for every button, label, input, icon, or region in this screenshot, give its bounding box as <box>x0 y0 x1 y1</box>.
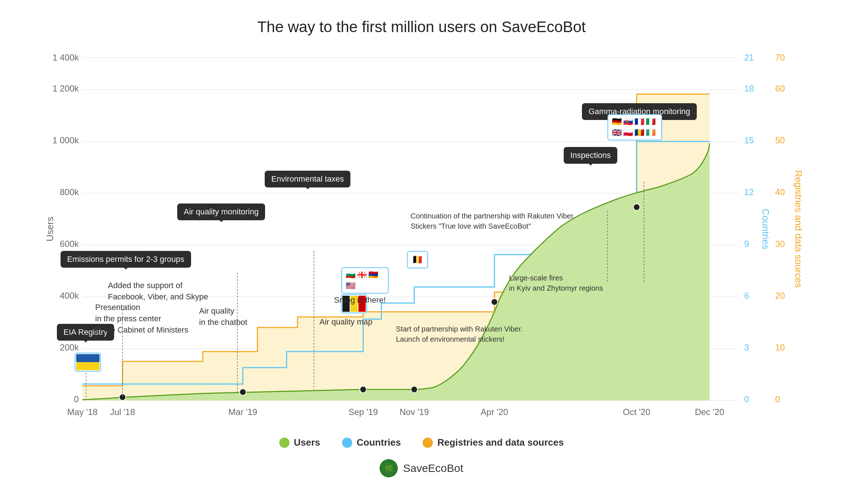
svg-text:Sep '19: Sep '19 <box>349 407 378 417</box>
chart-area: 0 200k 400k 600k 800k 1 000k 1 200k 1 40… <box>39 47 804 430</box>
svg-text:800k: 800k <box>60 187 79 197</box>
svg-text:Countries: Countries <box>760 209 771 249</box>
svg-point-51 <box>491 299 498 305</box>
svg-text:50: 50 <box>775 135 785 145</box>
svg-point-50 <box>411 386 417 393</box>
svg-text:20: 20 <box>775 291 785 301</box>
svg-text:Nov '19: Nov '19 <box>400 407 429 417</box>
svg-text:Jul '18: Jul '18 <box>110 407 135 417</box>
svg-text:0: 0 <box>775 394 780 404</box>
annotation-fires: Large-scale firesin Kyiv and Zhytomyr re… <box>509 273 603 293</box>
annotation-facebook: Added the support ofFacebook, Viber, and… <box>108 280 208 303</box>
annotation-smog: Smog is there! <box>334 295 386 306</box>
svg-text:600k: 600k <box>60 239 79 249</box>
svg-text:Registries and data sources: Registries and data sources <box>793 170 804 288</box>
annotation-air-map: Air quality map <box>319 317 373 328</box>
svg-text:Dec '20: Dec '20 <box>695 407 724 417</box>
flag-box-nov19: 🇧🇪 <box>407 251 428 268</box>
svg-text:Mar '19: Mar '19 <box>228 407 257 417</box>
footer-logo: 🌿 SaveEcoBot <box>380 459 463 477</box>
svg-text:6: 6 <box>744 291 749 301</box>
legend-dot-registries <box>423 438 433 448</box>
svg-text:60: 60 <box>775 84 785 93</box>
svg-text:1 200k: 1 200k <box>53 84 79 93</box>
legend-dot-users <box>279 438 290 448</box>
svg-text:18: 18 <box>744 84 754 93</box>
svg-text:Apr '20: Apr '20 <box>481 407 508 417</box>
savecobot-icon: 🌿 <box>380 459 398 477</box>
annotation-env-taxes: Environmental taxes <box>265 171 350 187</box>
flag-box-sep19: 🇧🇬 🇬🇪 🇦🇲 🇺🇸 <box>341 267 389 294</box>
svg-point-48 <box>240 389 246 395</box>
annotation-air-quality: Air quality monitoring <box>177 203 265 220</box>
chart-container: The way to the first million users on Sa… <box>0 0 843 504</box>
svg-point-52 <box>633 204 640 210</box>
svg-text:400k: 400k <box>60 291 79 301</box>
svg-text:200k: 200k <box>60 342 79 352</box>
svg-text:0: 0 <box>744 394 749 404</box>
svg-rect-61 <box>76 362 100 370</box>
svg-text:21: 21 <box>744 53 754 62</box>
svg-text:10: 10 <box>775 342 785 352</box>
svg-text:Oct '20: Oct '20 <box>623 407 650 417</box>
legend-dot-countries <box>342 438 352 448</box>
svg-text:0: 0 <box>74 394 79 404</box>
chart-title: The way to the first million users on Sa… <box>257 18 586 36</box>
legend-users: Users <box>279 437 320 448</box>
svg-text:30: 30 <box>775 239 785 249</box>
annotation-emissions: Emissions permits for 2-3 groups <box>61 251 191 268</box>
annotation-viber-start: Start of partnership with Rakuten Viber.… <box>396 324 523 344</box>
flag-box-oct20: 🇩🇪 🇸🇰 🇫🇷 🇮🇹 🇬🇧 🇵🇱 🇷🇴 🇮🇪 <box>607 114 662 140</box>
annotation-air-chatbot: Air qualityin the chatbot <box>199 306 247 328</box>
svg-text:9: 9 <box>744 239 749 249</box>
svg-text:15: 15 <box>744 135 754 145</box>
svg-text:1 400k: 1 400k <box>53 53 79 62</box>
svg-text:🌿: 🌿 <box>385 464 393 472</box>
legend-registries: Registries and data sources <box>423 437 564 448</box>
svg-text:40: 40 <box>775 187 785 197</box>
chart-legend: Users Countries Registries and data sour… <box>279 437 564 448</box>
svg-rect-60 <box>76 354 100 362</box>
svg-text:3: 3 <box>744 342 749 352</box>
svg-text:May '18: May '18 <box>67 407 97 417</box>
svg-point-49 <box>360 386 366 393</box>
annotation-viber-cont: Continuation of the partnership with Rak… <box>411 211 575 231</box>
annotation-presentation: Presentationin the press centerof the Ca… <box>95 302 189 336</box>
svg-text:12: 12 <box>744 187 754 197</box>
annotation-inspections: Inspections <box>564 147 617 164</box>
svg-text:1 000k: 1 000k <box>53 135 79 145</box>
svg-text:Users: Users <box>44 217 55 241</box>
legend-countries: Countries <box>342 437 401 448</box>
svg-text:70: 70 <box>775 53 785 62</box>
